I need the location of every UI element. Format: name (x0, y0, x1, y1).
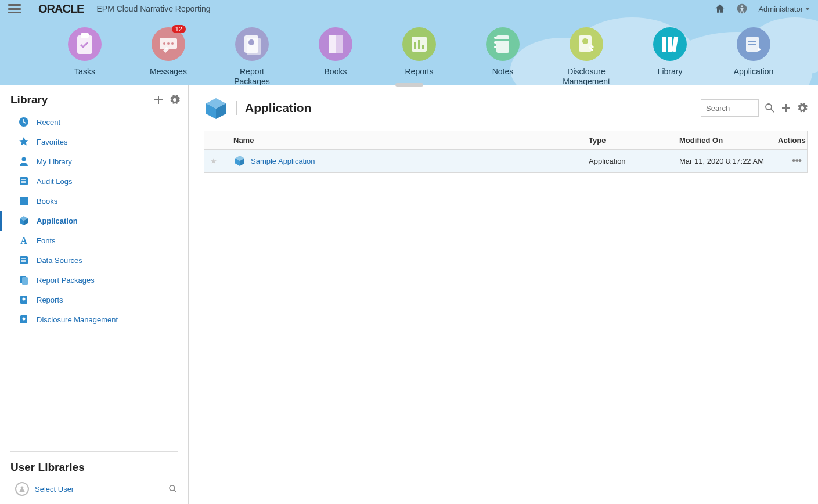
nav-messages[interactable]: 12Messages (147, 27, 189, 77)
nav-tasks[interactable]: Tasks (64, 27, 106, 77)
page-icon (18, 294, 30, 305)
svg-text:A: A (20, 236, 27, 246)
sidebar-item-reports[interactable]: Reports (0, 290, 188, 309)
page-stack-icon (18, 274, 30, 286)
svg-point-24 (494, 41, 496, 44)
svg-rect-18 (414, 42, 416, 49)
star-icon (18, 136, 30, 147)
top-nav: Tasks12MessagesReport PackagesBooksRepor… (0, 17, 818, 85)
accessibility-icon[interactable] (736, 3, 748, 15)
oracle-logo: ORACLE (38, 2, 84, 16)
nav-library[interactable]: Library (649, 27, 691, 77)
sidebar-item-label: Data Sources (37, 256, 82, 265)
nav-report-packages[interactable]: Report Packages (231, 27, 273, 85)
add-icon[interactable] (781, 103, 791, 113)
svg-point-11 (171, 42, 174, 45)
cube-icon (204, 96, 228, 120)
sidebar-item-books[interactable]: Books (0, 191, 188, 211)
search-input[interactable] (701, 99, 759, 117)
drag-handle[interactable] (395, 83, 423, 87)
svg-point-1 (741, 5, 743, 7)
svg-rect-21 (496, 35, 509, 53)
svg-rect-35 (20, 197, 24, 205)
nav-reports[interactable]: Reports (398, 27, 440, 77)
svg-rect-43 (22, 277, 28, 285)
sidebar-item-label: Report Packages (37, 276, 95, 285)
font-icon: A (18, 235, 30, 246)
nav-label: Library (658, 67, 683, 77)
gear-icon[interactable] (170, 95, 180, 105)
svg-rect-19 (418, 40, 420, 49)
svg-rect-7 (81, 33, 89, 38)
avatar-icon (15, 482, 29, 496)
sidebar-item-label: Application (37, 217, 78, 225)
hamburger-icon[interactable] (8, 4, 21, 13)
nav-disclosure-management[interactable]: Disclosure Management (565, 27, 607, 85)
row-modified: Mar 11, 2020 8:17:22 AM (673, 152, 772, 170)
sidebar-item-my-library[interactable]: My Library (0, 152, 188, 171)
sidebar-item-fonts[interactable]: AFonts (0, 231, 188, 250)
table-row[interactable]: ★Sample ApplicationApplicationMar 11, 20… (204, 150, 807, 172)
nav-label: Tasks (74, 67, 95, 77)
caret-down-icon (805, 8, 810, 10)
svg-point-45 (23, 298, 26, 301)
svg-rect-15 (329, 35, 336, 53)
lines-icon (18, 254, 30, 266)
sidebar: Library RecentFavoritesMy LibraryAudit L… (0, 85, 189, 504)
svg-line-50 (174, 490, 176, 492)
table-header: Name Type Modified On Actions (204, 131, 807, 150)
cube-icon (18, 215, 30, 226)
svg-rect-30 (672, 37, 678, 52)
search-icon[interactable] (168, 484, 178, 494)
row-actions-menu[interactable]: ••• (792, 155, 801, 167)
sidebar-item-application[interactable]: Application (0, 211, 188, 231)
book-icon (18, 195, 30, 207)
svg-point-49 (170, 485, 175, 491)
col-type[interactable]: Type (583, 131, 673, 149)
home-icon[interactable] (714, 3, 726, 15)
svg-point-27 (582, 38, 588, 44)
add-icon[interactable] (153, 95, 164, 105)
clock-icon (18, 116, 30, 128)
sidebar-item-label: My Library (37, 157, 72, 166)
gear-icon[interactable] (797, 103, 808, 113)
col-modified[interactable]: Modified On (673, 131, 772, 149)
sidebar-item-label: Recent (37, 118, 60, 127)
select-user-label: Select User (35, 485, 163, 494)
nav-notes[interactable]: Notes (482, 27, 524, 77)
sidebar-item-recent[interactable]: Recent (0, 112, 188, 132)
sidebar-item-report-packages[interactable]: Report Packages (0, 270, 188, 290)
select-user[interactable]: Select User (0, 478, 188, 504)
svg-rect-20 (422, 45, 424, 49)
favorite-star-icon[interactable]: ★ (210, 157, 217, 165)
sidebar-title: Library (10, 93, 147, 106)
nav-books[interactable]: Books (315, 27, 356, 77)
sidebar-item-data-sources[interactable]: Data Sources (0, 250, 188, 270)
user-libraries-title: User Libraries (0, 455, 188, 478)
svg-point-23 (494, 37, 496, 39)
svg-line-55 (771, 109, 774, 112)
col-name[interactable]: Name (228, 131, 583, 149)
lines-icon (18, 175, 30, 187)
row-name-link[interactable]: Sample Application (251, 157, 315, 165)
app-name-label: EPM Cloud Narrative Reporting (96, 4, 210, 13)
svg-point-33 (22, 157, 26, 161)
user-menu[interactable]: Administrator (758, 5, 810, 13)
svg-point-54 (766, 104, 772, 110)
search-icon[interactable] (765, 103, 775, 113)
top-header: ORACLE EPM Cloud Narrative Reporting Adm… (0, 0, 818, 17)
sidebar-item-audit-logs[interactable]: Audit Logs (0, 171, 188, 191)
svg-point-48 (21, 487, 24, 489)
nav-label: Application (734, 67, 774, 77)
sidebar-item-favorites[interactable]: Favorites (0, 132, 188, 152)
page-icon (18, 314, 30, 325)
sidebar-item-disclosure-management[interactable]: Disclosure Management (0, 309, 188, 329)
sidebar-item-label: Reports (37, 296, 63, 304)
sidebar-scroll[interactable]: RecentFavoritesMy LibraryAudit LogsBooks… (0, 110, 188, 448)
sidebar-item-label: Favorites (37, 138, 67, 146)
svg-rect-13 (247, 38, 261, 55)
svg-point-14 (248, 39, 254, 45)
nav-application[interactable]: Application (733, 27, 774, 77)
nav-label: Notes (492, 67, 514, 77)
row-type: Application (583, 152, 673, 170)
